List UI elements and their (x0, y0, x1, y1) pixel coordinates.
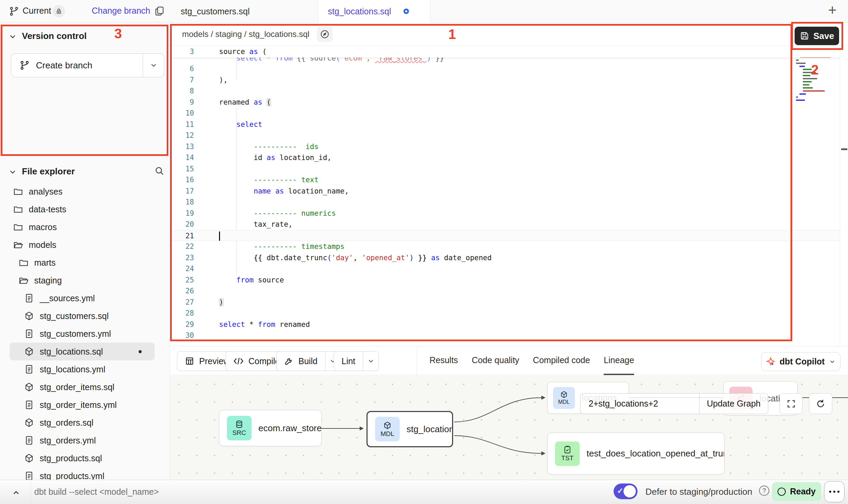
lineage-node-source[interactable]: SRC ecom.raw_stores (219, 410, 322, 446)
minimap-line (796, 100, 805, 101)
file-item-label: __sources.yml (40, 293, 95, 303)
create-branch-dropdown[interactable] (143, 54, 164, 77)
file-item-analyses[interactable]: analyses (10, 183, 155, 200)
code-line[interactable]: 20 tax_rate, (170, 219, 840, 230)
code-line[interactable]: 25 from source (170, 275, 840, 286)
change-branch-link[interactable]: Change branch (92, 6, 150, 16)
git-branch-icon (9, 6, 19, 16)
file-item-marts[interactable]: marts (10, 254, 155, 271)
command-input[interactable]: dbt build --select <model_name> (34, 487, 159, 497)
tab-code-quality[interactable]: Code quality (472, 346, 519, 375)
code-line[interactable]: 26 (170, 286, 840, 297)
code-line[interactable]: 11 select (170, 119, 840, 130)
build-button[interactable]: Build (276, 351, 341, 371)
new-tab-button[interactable]: + (828, 3, 837, 17)
file-item-macros[interactable]: macros (10, 218, 155, 236)
wrench-icon (284, 356, 294, 366)
lineage-canvas[interactable]: SRC ecom.raw_stores MDL stg_locations MD… (170, 375, 848, 480)
code-line[interactable]: 21 (170, 230, 840, 241)
code-line[interactable]: 24 (170, 263, 840, 275)
file-item-label: stg_orders.sql (40, 418, 93, 428)
code-lines: 67),89renamed as (1011 select1213 ------… (170, 63, 840, 341)
model-icon (24, 346, 34, 357)
cube-icon (383, 421, 392, 430)
unsaved-dot-icon (403, 9, 409, 14)
lineage-node-test[interactable]: TST test_does_location_opened_at_trunc_t… (547, 433, 724, 475)
tab-stg-locations[interactable]: stg_locations.sql (318, 0, 431, 23)
chevron-down-icon[interactable] (8, 168, 17, 176)
tst-badge: TST (555, 441, 580, 466)
code-editor[interactable]: 3source as ( select * from {{ source('ec… (170, 46, 840, 346)
mdl-badge: MDL (553, 387, 575, 409)
code-line[interactable]: 9renamed as ( (170, 97, 840, 108)
tab-lineage[interactable]: Lineage (604, 346, 634, 375)
tab-compiled-code[interactable]: Compiled code (533, 346, 590, 375)
help-icon[interactable]: ? (759, 486, 769, 496)
file-item-stg-customers-yml[interactable]: stg_customers.yml (10, 325, 155, 343)
file-item-models[interactable]: models (10, 236, 155, 254)
chevron-up-icon[interactable] (12, 488, 21, 497)
file-item-stg-products-sql[interactable]: stg_products.sql (10, 449, 155, 467)
minimap-line (803, 87, 813, 89)
lineage-node-stg-locations[interactable]: MDL stg_locations (367, 411, 453, 447)
src-badge: SRC (227, 416, 252, 440)
lineage-selector-input[interactable]: 2+stg_locations+2 (580, 393, 699, 414)
code-line[interactable]: 17 name as location_name, (170, 186, 840, 197)
code-line[interactable]: 16 ---------- text (170, 174, 840, 186)
file-item-stg-locations-yml[interactable]: stg_locations.yml (10, 360, 155, 378)
file-item-stg-customers-sql[interactable]: stg_customers.sql (10, 307, 155, 325)
file-item-staging[interactable]: staging (10, 271, 155, 289)
code-line[interactable]: 3source as ( (170, 46, 840, 57)
code-line[interactable]: 28 (170, 308, 840, 319)
file-item-stg-order-items-sql[interactable]: stg_order_items.sql (10, 378, 155, 396)
dbt-copilot-button[interactable]: dbt Copilot (761, 352, 840, 371)
file-explorer-title: File explorer (22, 166, 75, 177)
text-cursor (219, 231, 220, 241)
search-icon[interactable] (154, 165, 165, 176)
more-options-button[interactable] (824, 481, 845, 502)
copilot-label: dbt Copilot (780, 357, 825, 367)
chevron-down-icon[interactable] (8, 32, 17, 41)
file-item-stg-order-items-yml[interactable]: stg_order_items.yml (10, 396, 155, 414)
code-line[interactable]: 19 ---------- numerics (170, 208, 840, 219)
refresh-button[interactable] (809, 393, 832, 414)
tab-stg-customers[interactable]: stg_customers.sql (170, 0, 318, 23)
update-graph-button[interactable]: Update Graph (699, 393, 768, 414)
editor-scrollbar-track[interactable] (840, 46, 848, 346)
code-line[interactable]: 13 ---------- ids (170, 141, 840, 152)
file-item-data-tests[interactable]: data-tests (10, 200, 155, 218)
code-line[interactable]: 12 (170, 130, 840, 141)
file-item--sources-yml[interactable]: __sources.yml (10, 289, 155, 307)
editor-header: models / staging / stg_locations.sql (170, 23, 848, 46)
save-button[interactable]: Save (795, 27, 839, 45)
copy-icon[interactable] (154, 5, 165, 16)
code-line[interactable]: 15 (170, 163, 840, 175)
code-line[interactable]: 29select * from renamed (170, 319, 840, 330)
code-line[interactable]: 18 (170, 197, 840, 208)
code-line[interactable]: 8 (170, 85, 840, 97)
code-line[interactable]: 30 (170, 330, 840, 341)
defer-toggle[interactable]: ✓ (614, 483, 638, 499)
fullscreen-button[interactable] (780, 393, 802, 414)
minimap-line (796, 96, 798, 98)
code-line[interactable]: 10 (170, 108, 840, 119)
file-item-stg-orders-sql[interactable]: stg_orders.sql (10, 414, 155, 432)
file-item-label: stg_order_items.yml (40, 400, 117, 410)
mdl-badge: MDL (375, 417, 400, 441)
code-line[interactable]: select * from {{ source('ecom', 'raw_sto… (170, 57, 840, 63)
lineage-compass-button[interactable] (317, 26, 333, 42)
code-line[interactable]: 6 (170, 63, 840, 75)
editor-scrollbar-thumb[interactable] (841, 148, 847, 150)
result-tabs: Results Code quality Compiled code Linea… (429, 346, 634, 375)
file-item-stg-orders-yml[interactable]: stg_orders.yml (10, 432, 155, 449)
code-line[interactable]: 27) (170, 297, 840, 308)
code-line[interactable]: 23 {{ dbt.date_trunc('day', 'opened_at')… (170, 252, 840, 264)
code-line[interactable]: 7), (170, 75, 840, 86)
lint-button[interactable]: Lint (334, 351, 379, 371)
tab-results[interactable]: Results (429, 346, 458, 375)
code-line[interactable]: 14 id as location_id, (170, 152, 840, 163)
lint-dropdown[interactable] (363, 352, 378, 371)
create-branch-button[interactable]: Create branch (11, 53, 164, 77)
code-line[interactable]: 22 ---------- timestamps (170, 241, 840, 252)
file-item-stg-locations-sql[interactable]: stg_locations.sql (10, 343, 155, 360)
